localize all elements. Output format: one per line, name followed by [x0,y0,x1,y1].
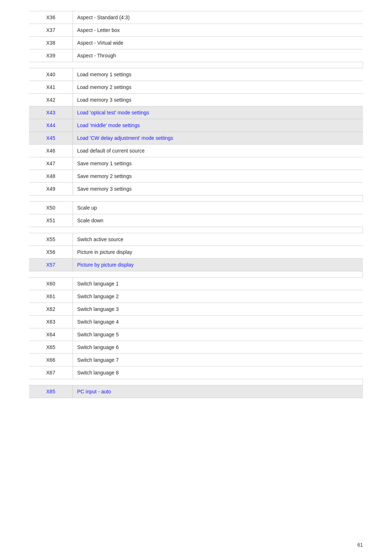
label-cell: Aspect - Virtual wide [73,37,363,49]
label-cell: Picture in picture display [73,246,363,259]
label-cell: Save memory 3 settings [73,183,363,195]
code-cell: X44 [29,119,73,132]
spacer-cell [29,227,363,233]
label-cell: Scale down [73,214,363,227]
label-cell: Load 'middle' mode settings [73,119,363,132]
page-number: 61 [357,542,363,548]
code-cell: X63 [29,316,73,328]
spacer-cell [29,271,363,278]
table-row: X51Scale down [29,214,363,227]
code-cell: X38 [29,37,73,49]
code-cell: X47 [29,157,73,170]
code-cell: X40 [29,68,73,81]
code-cell: X36 [29,11,73,24]
label-cell: Load memory 2 settings [73,81,363,94]
label-cell: Load default of current source [73,145,363,157]
label-cell: Aspect - Letter box [73,24,363,37]
label-cell: Load memory 3 settings [73,94,363,106]
table-row: X37Aspect - Letter box [29,24,363,37]
table-row [29,62,363,68]
label-cell: Load 'optical test' mode settings [73,106,363,119]
code-cell: X42 [29,94,73,106]
table-row: X43Load 'optical test' mode settings [29,106,363,119]
table-row [29,379,363,385]
table-row: X40Load memory 1 settings [29,68,363,81]
table-row: X63Switch language 4 [29,316,363,328]
page-container: X36Aspect - Standard (4:3)X37Aspect - Le… [0,0,392,420]
table-row: X48Save memory 2 settings [29,170,363,183]
table-row: X57Picture by picture display [29,259,363,271]
code-cell: X66 [29,354,73,366]
code-cell: X41 [29,81,73,94]
label-cell: Aspect - Standard (4:3) [73,11,363,24]
label-cell: Save memory 1 settings [73,157,363,170]
code-cell: X46 [29,145,73,157]
table-row: X56Picture in picture display [29,246,363,259]
table-row: X55Switch active source [29,233,363,246]
code-cell: X49 [29,183,73,195]
label-cell: Switch language 6 [73,341,363,354]
label-cell: Switch language 2 [73,290,363,303]
code-cell: X50 [29,202,73,214]
label-cell: Switch language 1 [73,278,363,290]
table-row: X85PC input - auto [29,385,363,398]
table-row [29,195,363,202]
code-cell: X56 [29,246,73,259]
code-cell: X39 [29,49,73,62]
table-row: X45Load 'CW delay adjustment' mode setti… [29,132,363,145]
code-cell: X57 [29,259,73,271]
table-row: X50Scale up [29,202,363,214]
table-row: X49Save memory 3 settings [29,183,363,195]
label-cell: Switch active source [73,233,363,246]
table-row: X42Load memory 3 settings [29,94,363,106]
label-cell: Switch language 3 [73,303,363,316]
table-row: X62Switch language 3 [29,303,363,316]
table-row: X36Aspect - Standard (4:3) [29,11,363,24]
label-cell: Picture by picture display [73,259,363,271]
table-row [29,271,363,278]
code-cell: X64 [29,328,73,341]
label-cell: Load memory 1 settings [73,68,363,81]
label-cell: Switch language 4 [73,316,363,328]
table-row: X38Aspect - Virtual wide [29,37,363,49]
label-cell: PC input - auto [73,385,363,398]
code-cell: X48 [29,170,73,183]
spacer-cell [29,379,363,385]
table-row: X47Save memory 1 settings [29,157,363,170]
label-cell: Save memory 2 settings [73,170,363,183]
code-cell: X62 [29,303,73,316]
table-row: X46Load default of current source [29,145,363,157]
spacer-cell [29,195,363,202]
code-cell: X55 [29,233,73,246]
table-row: X65Switch language 6 [29,341,363,354]
table-row: X64Switch language 5 [29,328,363,341]
table-row: X67Switch language 8 [29,366,363,379]
label-cell: Switch language 5 [73,328,363,341]
table-row: X60Switch language 1 [29,278,363,290]
label-cell: Scale up [73,202,363,214]
code-cell: X60 [29,278,73,290]
table-row: X44Load 'middle' mode settings [29,119,363,132]
code-cell: X37 [29,24,73,37]
code-cell: X45 [29,132,73,145]
label-cell: Aspect - Through [73,49,363,62]
table-row: X41Load memory 2 settings [29,81,363,94]
table-row [29,227,363,233]
spacer-cell [29,62,363,68]
code-cell: X51 [29,214,73,227]
label-cell: Load 'CW delay adjustment' mode settings [73,132,363,145]
table-row: X66Switch language 7 [29,354,363,366]
code-cell: X43 [29,106,73,119]
code-cell: X67 [29,366,73,379]
label-cell: Switch language 8 [73,366,363,379]
code-cell: X61 [29,290,73,303]
code-cell: X85 [29,385,73,398]
data-table: X36Aspect - Standard (4:3)X37Aspect - Le… [29,11,363,398]
code-cell: X65 [29,341,73,354]
table-row: X39Aspect - Through [29,49,363,62]
table-row: X61Switch language 2 [29,290,363,303]
label-cell: Switch language 7 [73,354,363,366]
